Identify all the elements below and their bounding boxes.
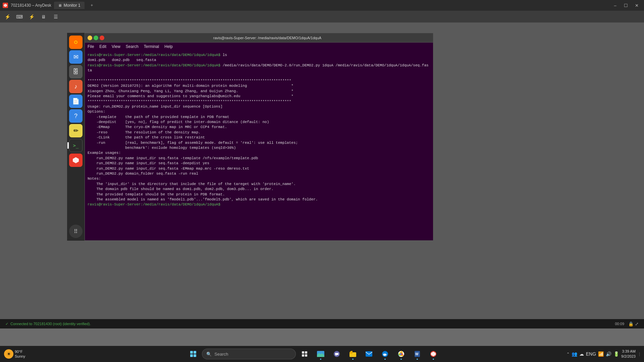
- toolbar-menu-icon[interactable]: ☰: [51, 12, 60, 21]
- tray-icons: ⌃ 👥 ☁ ENG 📶 🔊 🔋: [567, 351, 619, 357]
- windows-logo: [190, 351, 196, 357]
- anydesk-icon: [3, 3, 8, 8]
- tab-label: Monitor 1: [64, 3, 80, 8]
- svg-text:W: W: [415, 352, 419, 356]
- svg-rect-11: [366, 351, 372, 357]
- remote-desktop-area: ✉ 🗄 ♪ 📄 ? ✏ >_ ⠿ Activities Terminal ▾: [0, 23, 644, 328]
- menu-edit[interactable]: Edit: [99, 44, 106, 49]
- menu-search[interactable]: Search: [126, 44, 139, 49]
- toolbar-action-icon[interactable]: ⚡: [3, 12, 12, 21]
- session-time: 00:09: [615, 322, 624, 326]
- taskbar-tray: ⌃ 👥 ☁ ENG 📶 🔊 🔋 3:39 AM 9/2/2023 |: [567, 349, 644, 359]
- weather-temp: 90°F: [15, 349, 25, 354]
- dock-files[interactable]: 🗄: [69, 65, 83, 78]
- win-logo-sq2: [194, 351, 196, 354]
- dock-notes[interactable]: ✏: [69, 124, 83, 137]
- taskbar-indicator5: [417, 359, 418, 360]
- tray-cloud-icon[interactable]: ☁: [579, 351, 584, 357]
- minimize-button[interactable]: –: [610, 2, 620, 9]
- lock-icon: 🔒: [628, 321, 634, 326]
- taskbar-landscape-icon[interactable]: [313, 347, 328, 361]
- titlebar-left: 702181430 – AnyDesk 🖥 Monitor 1 +: [0, 2, 610, 9]
- dock-email[interactable]: ✉: [69, 50, 83, 64]
- taskbar-indicator4: [400, 359, 402, 360]
- taskbar-chrome-icon[interactable]: [394, 347, 409, 361]
- taskbar-left: ☀ 90°F Sunny: [0, 349, 60, 359]
- dock-help[interactable]: ?: [69, 109, 83, 123]
- svg-rect-4: [305, 351, 307, 354]
- taskbar-anydesk2-icon[interactable]: [426, 347, 441, 361]
- taskbar-chat-icon[interactable]: [329, 347, 344, 361]
- svg-point-2: [75, 41, 77, 43]
- svg-rect-10: [350, 352, 353, 354]
- tray-wifi-icon[interactable]: 📶: [598, 351, 604, 357]
- terminal-close-btn[interactable]: [100, 36, 104, 40]
- svg-rect-3: [302, 351, 304, 354]
- tray-speaker-icon[interactable]: 🔊: [606, 351, 611, 357]
- taskbar-indicator2: [352, 359, 354, 360]
- terminal-minimize-btn[interactable]: [88, 36, 92, 40]
- taskbar-edge-icon[interactable]: [378, 347, 392, 361]
- terminal-title: ravis@ravis-Super-Server: /media/ravis/d…: [104, 36, 430, 40]
- weather-info: 90°F Sunny: [15, 349, 25, 359]
- taskbar-search[interactable]: 🔍 Search: [202, 349, 296, 359]
- dock-anydesk[interactable]: [69, 154, 83, 167]
- maximize-button[interactable]: ☐: [621, 2, 631, 9]
- dock-terminal[interactable]: >_: [69, 139, 83, 152]
- taskbar-explorer-icon[interactable]: [345, 347, 360, 361]
- svg-rect-5: [302, 354, 304, 357]
- tray-people-icon[interactable]: 👥: [572, 351, 577, 357]
- toolbar-monitor-icon[interactable]: 🖥: [39, 12, 48, 21]
- svg-rect-6: [305, 354, 307, 357]
- menu-file[interactable]: File: [88, 44, 94, 49]
- close-button[interactable]: ✕: [632, 2, 641, 9]
- start-button[interactable]: [186, 347, 201, 361]
- anydesk-title: 702181430 – AnyDesk: [11, 3, 51, 8]
- tray-battery-icon[interactable]: 🔋: [613, 351, 619, 357]
- win-logo-sq1: [190, 351, 193, 354]
- taskbar-center: 🔍 Search: [60, 347, 567, 361]
- terminal-chrome: ravis@ravis-Super-Server: /media/ravis/d…: [85, 33, 433, 43]
- win-logo-sq4: [194, 354, 196, 357]
- taskbar-clock[interactable]: 3:39 AM 9/2/2023: [621, 349, 636, 359]
- dock-writer[interactable]: 📄: [69, 95, 83, 108]
- terminal-body[interactable]: ravis@ravis-Super-Server:/media/ravis/da…: [85, 51, 433, 240]
- tray-language[interactable]: ENG: [586, 351, 596, 357]
- window-controls: – ☐ ✕: [610, 2, 644, 9]
- taskbar-indicator: [320, 359, 321, 360]
- taskbar-word-icon[interactable]: W: [410, 347, 425, 361]
- taskbar-indicator3: [384, 359, 386, 360]
- weather-icon: ☀: [4, 349, 13, 359]
- terminal-window-controls: [88, 36, 104, 40]
- taskbar-mail-icon[interactable]: [362, 347, 376, 361]
- dock-firefox[interactable]: [69, 36, 83, 49]
- menu-help[interactable]: Help: [164, 44, 173, 49]
- dock-apps-grid[interactable]: ⠿: [69, 225, 83, 238]
- toolbar-keyboard-icon[interactable]: ⌨: [15, 12, 24, 21]
- add-tab-button[interactable]: +: [89, 2, 95, 9]
- terminal-maximize-btn[interactable]: [94, 36, 98, 40]
- tray-up-arrow[interactable]: ⌃: [567, 352, 570, 356]
- menu-view[interactable]: View: [112, 44, 120, 49]
- remote-statusbar: ✓ Connected to 702181430 (root) (identit…: [0, 319, 644, 328]
- terminal-window: ravis@ravis-Super-Server: /media/ravis/d…: [85, 33, 433, 241]
- search-label: Search: [214, 352, 228, 357]
- terminal-output: ravis@ravis-Super-Server:/media/ravis/da…: [88, 53, 430, 207]
- status-check-icon: ✓: [5, 322, 8, 326]
- anydesk-tab[interactable]: 🖥 Monitor 1: [54, 2, 85, 9]
- taskbar-indicator6: [433, 359, 434, 360]
- task-view-button[interactable]: [297, 347, 312, 361]
- taskbar: ☀ 90°F Sunny 🔍 Search: [0, 346, 644, 362]
- win-logo-sq3: [190, 354, 193, 357]
- anydesk-toolbar: ⚡ ⌨ ⚡ 🖥 ☰: [0, 11, 644, 23]
- toolbar-flash-icon[interactable]: ⚡: [27, 12, 36, 21]
- anydesk-titlebar: 702181430 – AnyDesk 🖥 Monitor 1 + – ☐ ✕: [0, 0, 644, 11]
- weather-condition: Sunny: [15, 354, 25, 359]
- clock-time: 3:39 AM: [621, 349, 636, 354]
- dock-rhythmbox[interactable]: ♪: [69, 80, 83, 93]
- menu-terminal[interactable]: Terminal: [144, 44, 159, 49]
- show-desktop-button[interactable]: |: [639, 352, 640, 356]
- gnome-dock: ✉ 🗄 ♪ 📄 ? ✏ >_ ⠿: [67, 33, 85, 241]
- search-icon: 🔍: [206, 352, 212, 357]
- expand-icon: ⤢: [635, 321, 639, 326]
